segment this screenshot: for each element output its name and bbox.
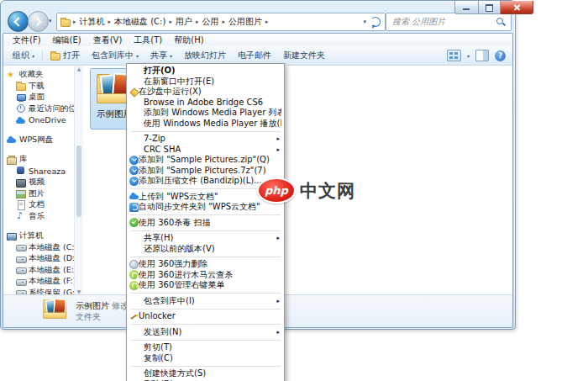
scrollbar-thumb[interactable] [76,146,81,217]
context-menu-item[interactable]: 剪切(T) [128,342,283,353]
context-menu-item[interactable]: 添加到 "Sample Pictures.7z"(7) [128,166,283,177]
toolbar-button[interactable]: 包含到库中▾ [86,48,144,63]
sidebar-item[interactable]: 收藏夹 [3,69,74,81]
context-menu-item[interactable]: 使用 360进行木马云查杀 [128,270,283,281]
sidebar-scrollbar[interactable]: ▲ ▼ [74,66,83,294]
close-button[interactable] [501,1,533,14]
context-menu-item[interactable]: 使用 360管理右键菜单 [128,280,283,291]
sidebar-item[interactable]: 图片 [3,188,74,200]
change-view-icon[interactable] [447,50,461,61]
menubar-item[interactable]: 帮助(H) [168,34,209,46]
context-menu-item-label: 使用 360进行木马云查杀 [139,270,233,281]
picture-icon [16,188,26,198]
sidebar-gap [3,146,74,154]
toolbar-button[interactable]: 共享▾ [144,48,178,63]
context-menu-item[interactable]: 使用 Windows Media Player 播放(P) [128,119,283,130]
toolbar-button[interactable]: 新建文件夹 [277,48,331,63]
forward-button[interactable] [28,11,49,32]
menubar-item[interactable]: 文件(F) [7,34,47,46]
menubar-item[interactable]: 工具(T) [128,34,168,46]
address-bar[interactable]: ▸计算机▸本地磁盘 (C:)▸用户▸公用▸公用图片▸ ▾ [56,13,386,31]
context-menu-item-label: 7-Zip [144,134,165,145]
disk-icon [16,254,26,264]
search-box[interactable]: 搜索 公用图片 [386,13,512,31]
refresh-icon[interactable] [370,17,381,27]
open-folder-icon [50,50,60,61]
breadcrumb-segment[interactable]: 用户 [173,16,195,28]
sidebar-item[interactable]: 下载 [3,81,74,93]
scroll-up-icon[interactable]: ▲ [77,66,81,71]
maximize-button[interactable] [479,1,501,14]
menu-separator [130,366,281,367]
menu-separator [130,230,281,231]
context-menu-item[interactable]: 打开(O) [128,66,283,77]
search-placeholder: 搜索 公用图片 [386,16,496,28]
sidebar-item[interactable]: 本地磁盘 (C:) [3,242,74,254]
toolbar-button[interactable]: 组织▾ [7,48,40,63]
context-menu-item[interactable]: 发送到(N)▸ [128,327,283,338]
menubar-item[interactable]: 查看(V) [87,34,129,46]
sidebar-item[interactable]: 本地磁盘 (D:) [3,253,74,265]
context-menu-item[interactable]: 添加到 "Sample Pictures.zip"(Q) [128,155,283,166]
context-menu-item[interactable]: 包含到库中(I)▸ [128,296,283,307]
breadcrumb-segment[interactable]: 计算机 [77,16,108,28]
breadcrumb-segment[interactable]: 公用图片 [226,16,265,28]
context-menu-item[interactable]: Browse in Adobe Bridge CS6 [128,98,283,108]
details-folder-icon [42,299,67,320]
sidebar-item[interactable]: WPS网盘 [3,135,74,146]
preview-pane-icon[interactable] [475,50,489,61]
toolbar-divider [42,50,43,61]
toolbar-button[interactable]: 放映幻灯片 [178,48,232,63]
toolbar-button[interactable]: 电子邮件 [232,48,277,63]
breadcrumb-arrow-icon[interactable]: ▸ [265,19,270,25]
sidebar-item[interactable]: 计算机 [3,230,74,242]
context-menu-item-label: 添加到 "Sample Pictures.7z"(7) [139,166,266,177]
minimize-button[interactable] [454,1,479,14]
php-logo: php [257,177,296,204]
history-dropdown-icon[interactable]: ▾ [49,18,52,24]
context-menu-item[interactable]: 在新窗口中打开(E) [128,77,283,87]
toolbar-right-icons: ▾ ? [447,50,509,61]
sidebar-item[interactable]: 本地磁盘 (F:) [3,276,74,288]
context-menu-item[interactable]: 7-Zip▸ [128,134,283,145]
music-icon [16,211,26,221]
context-menu-item-label: 使用 360管理右键菜单 [139,280,224,291]
address-dropdown-icon[interactable]: ▾ [363,19,366,25]
breadcrumb-segment[interactable]: 本地磁盘 (C:) [112,16,168,28]
context-menu-item[interactable]: 创建快捷方式(S) [128,368,283,379]
sidebar-item[interactable]: 本地磁盘 (E:) [3,265,74,277]
menu-separator [130,309,281,310]
sidebar-item[interactable]: 音乐 [3,211,74,223]
sidebar-item-label: 桌面 [29,92,45,103]
toolbar-button-label: 组织 [13,50,29,61]
sidebar-item[interactable]: Shareaza [3,166,74,177]
sidebar-item[interactable]: 视频 [3,177,74,188]
back-button[interactable] [8,11,29,32]
menubar-item[interactable]: 编辑(E) [47,34,87,46]
sidebar-item[interactable]: 文档 [3,199,74,211]
breadcrumb-segment[interactable]: 公用 [199,16,221,28]
search-icon[interactable] [496,17,506,27]
sidebar-item[interactable]: OneDrive [3,114,74,126]
sidebar-item[interactable]: 库 [3,154,74,166]
help-icon[interactable]: ? [495,50,506,61]
context-menu-item[interactable]: 共享(H)▸ [128,233,283,244]
sidebar-item[interactable]: 系统保留 (G:) [3,288,74,295]
toolbar-button[interactable]: 打开 [45,48,86,63]
context-menu-item[interactable]: 使用 360杀毒 扫描 [128,218,283,229]
sidebar-item-label: WPS网盘 [19,135,53,146]
context-menu-item[interactable]: Unlocker [128,311,283,322]
context-menu-item[interactable]: 添加到 Windows Media Player 列表(A) [128,108,283,119]
context-menu-item[interactable]: CRC SHA▸ [128,145,283,156]
context-menu-item[interactable]: 在沙盘中运行(X) [128,87,283,98]
context-menu-item[interactable]: 复制(C) [128,353,283,364]
scroll-down-icon[interactable]: ▼ [77,288,81,294]
sidebar-gap [3,126,74,135]
sidebar-item[interactable]: 最近访问的位置 [3,103,74,115]
context-menu-item[interactable]: 还原以前的版本(V) [128,244,283,255]
context-menu-item-label: 添加到 "Sample Pictures.zip"(Q) [139,155,270,166]
context-menu-item[interactable]: 使用 360强力删除 [128,259,283,270]
menu-separator [130,131,281,132]
view-dropdown-icon[interactable]: ▾ [467,53,470,59]
sidebar-item[interactable]: 桌面 [3,92,74,103]
